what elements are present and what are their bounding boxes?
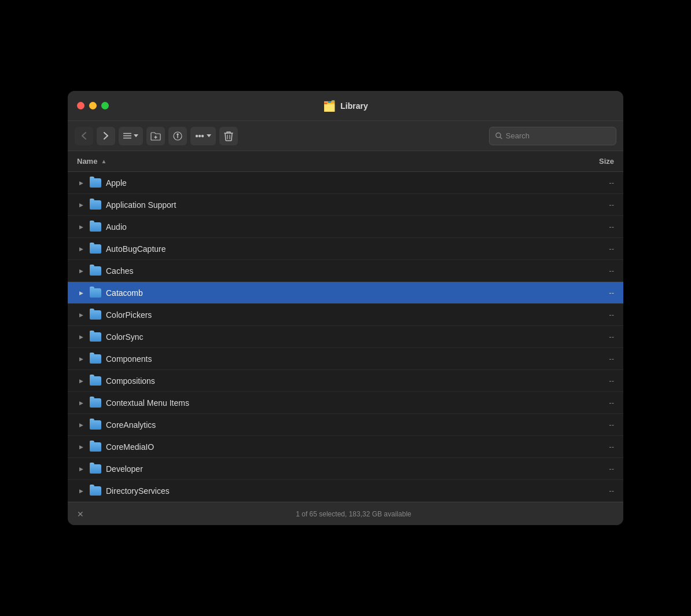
delete-button[interactable] [219,127,238,145]
expand-arrow-icon: ▶ [77,444,85,450]
file-row-content: ▶ ColorPickers [77,310,568,320]
table-row[interactable]: ▶ Audio -- [68,216,623,238]
file-size: -- [568,310,614,319]
expand-arrow-icon: ▶ [77,224,85,230]
file-name: DirectoryServices [106,486,170,496]
file-name: ColorPickers [106,310,152,320]
file-row-content: ▶ ColorSync [77,332,568,342]
file-row-content: ▶ AutoBugCapture [77,244,568,254]
folder-icon [90,244,101,254]
info-button[interactable] [168,127,187,145]
file-row-content: ▶ Caches [77,266,568,276]
table-row[interactable]: ▶ Catacomb -- [68,282,623,304]
expand-arrow-icon: ▶ [77,488,85,494]
file-size: -- [568,398,614,407]
folder-icon [90,178,101,188]
file-name: Compositions [106,376,155,386]
file-size: -- [568,332,614,341]
back-button[interactable] [75,127,93,145]
name-column-label: Name [77,157,97,166]
search-box[interactable] [489,127,616,145]
statusbar-text: 1 of 65 selected, 183,32 GB available [93,510,614,518]
folder-icon [90,310,101,320]
action-chevron-icon [207,134,211,137]
window-title-icon: 🗂️ [323,100,336,112]
file-name: CoreMediaIO [106,442,154,452]
svg-point-8 [196,135,197,136]
action-button[interactable] [190,127,216,145]
column-header: Name ▲ Size [68,151,623,172]
file-size: -- [568,200,614,209]
folder-icon [90,376,101,386]
view-options-button[interactable] [119,127,143,145]
statusbar-close-button[interactable]: ✕ [77,509,84,519]
maximize-button[interactable] [101,102,109,109]
statusbar: ✕ 1 of 65 selected, 183,32 GB available [68,502,623,525]
svg-line-14 [500,137,502,139]
file-list: ▶ Apple -- ▶ Application Support -- ▶ Au… [68,172,623,502]
file-size: -- [568,222,614,231]
file-row-content: ▶ Apple [77,178,568,188]
file-name: Catacomb [106,288,143,298]
window-title: 🗂️ Library [323,100,367,112]
folder-icon [90,420,101,430]
file-row-content: ▶ Application Support [77,200,568,210]
table-row[interactable]: ▶ Developer -- [68,458,623,480]
file-size: -- [568,376,614,385]
titlebar: 🗂️ Library [68,91,623,121]
table-row[interactable]: ▶ Compositions -- [68,370,623,392]
expand-arrow-icon: ▶ [77,268,85,274]
name-column-header[interactable]: Name ▲ [77,157,568,166]
table-row[interactable]: ▶ DirectoryServices -- [68,480,623,502]
table-row[interactable]: ▶ AutoBugCapture -- [68,238,623,260]
table-row[interactable]: ▶ Caches -- [68,260,623,282]
table-row[interactable]: ▶ ColorSync -- [68,326,623,348]
traffic-lights [77,102,109,109]
table-row[interactable]: ▶ CoreMediaIO -- [68,436,623,458]
expand-arrow-icon: ▶ [77,378,85,384]
finder-window: 🗂️ Library [68,91,623,525]
file-name: Components [106,354,152,364]
file-size: -- [568,288,614,297]
expand-arrow-icon: ▶ [77,400,85,406]
table-row[interactable]: ▶ Contextual Menu Items -- [68,392,623,414]
table-row[interactable]: ▶ CoreAnalytics -- [68,414,623,436]
file-name: AutoBugCapture [106,244,166,254]
file-name: Audio [106,222,127,232]
new-folder-button[interactable] [146,127,165,145]
search-input[interactable] [506,131,610,140]
close-button[interactable] [77,102,84,109]
size-column-header[interactable]: Size [568,157,614,166]
table-row[interactable]: ▶ Apple -- [68,172,623,194]
svg-point-9 [199,135,200,136]
folder-icon [90,266,101,276]
svg-point-7 [177,134,178,135]
folder-icon [90,288,101,298]
folder-icon [90,486,101,496]
window-title-text: Library [340,101,367,111]
file-size: -- [568,178,614,187]
expand-arrow-icon: ▶ [77,334,85,340]
file-row-content: ▶ Contextual Menu Items [77,398,568,408]
file-row-content: ▶ Developer [77,464,568,474]
expand-arrow-icon: ▶ [77,312,85,318]
file-row-content: ▶ Compositions [77,376,568,386]
file-size: -- [568,464,614,473]
search-icon [495,132,502,140]
table-row[interactable]: ▶ ColorPickers -- [68,304,623,326]
file-size: -- [568,244,614,253]
file-row-content: ▶ Audio [77,222,568,232]
folder-icon [90,222,101,232]
folder-icon [90,354,101,364]
table-row[interactable]: ▶ Components -- [68,348,623,370]
folder-icon [90,332,101,342]
minimize-button[interactable] [89,102,97,109]
forward-button[interactable] [97,127,115,145]
file-size: -- [568,354,614,363]
file-row-content: ▶ CoreMediaIO [77,442,568,452]
expand-arrow-icon: ▶ [77,202,85,208]
file-name: Application Support [106,200,176,210]
sort-arrow-icon: ▲ [101,158,106,164]
svg-point-10 [202,135,203,136]
table-row[interactable]: ▶ Application Support -- [68,194,623,216]
